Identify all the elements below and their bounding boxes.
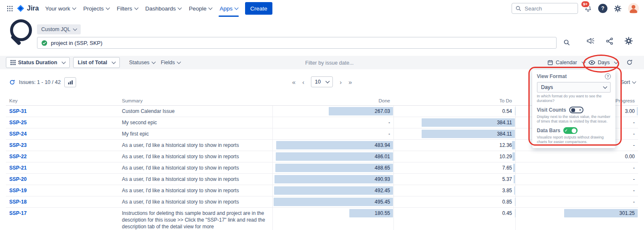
column-header-key[interactable]: Key — [6, 96, 119, 105]
issue-date-filter-input[interactable] — [304, 56, 403, 70]
format-select[interactable]: Days — [537, 82, 611, 93]
toolbar-left-group: Status Duration List of Total Statuses F… — [6, 57, 180, 68]
issue-key-link[interactable]: SSP-24 — [6, 128, 119, 139]
duration-cell: 301.25 — [515, 208, 638, 230]
notifications-button[interactable]: 9+ — [584, 5, 592, 12]
list-mode-dropdown[interactable]: List of Total — [73, 57, 120, 68]
jql-input[interactable]: project in (SSP, SKP) — [37, 37, 557, 49]
fields-dropdown[interactable]: Fields — [161, 60, 180, 65]
run-search-button[interactable] — [563, 39, 570, 46]
column-header-to-do[interactable]: To Do — [393, 96, 515, 105]
view-format-label: Days — [598, 60, 610, 65]
nav-item-apps[interactable]: Apps — [216, 0, 242, 17]
issue-key-link[interactable]: SSP-23 — [6, 140, 119, 151]
statuses-dropdown[interactable]: Statuses — [129, 60, 155, 65]
issue-key-link[interactable]: SSP-31 — [6, 106, 119, 117]
duration-cell: 180.55 — [272, 208, 393, 230]
issue-summary: As a user, I'd like a historical story t… — [119, 162, 272, 173]
nav-item-projects[interactable]: Projects — [79, 0, 113, 17]
share-button[interactable] — [606, 37, 613, 45]
table-row: SSP-19As a user, I'd like a historical s… — [6, 185, 638, 196]
nav-item-label: Filters — [117, 5, 132, 12]
duration-cell: 12.36 — [393, 140, 515, 151]
view-format-dropdown-button[interactable]: Days — [589, 56, 618, 69]
issue-key-link[interactable]: SSP-19 — [6, 185, 119, 196]
duration-cell: 5.37 — [393, 174, 515, 185]
settings-button[interactable] — [614, 5, 622, 13]
chevron-down-icon — [178, 5, 182, 10]
duration-cell: 483.94 — [272, 140, 393, 151]
data-bar — [512, 152, 515, 161]
search-input[interactable] — [524, 5, 574, 12]
visit-counts-toggle[interactable]: × — [569, 107, 583, 113]
duration-cell: - — [515, 162, 638, 173]
chart-view-button[interactable] — [64, 77, 76, 87]
help-button[interactable]: ? — [598, 4, 607, 13]
duration-cell: 488.65 — [272, 162, 393, 173]
chevron-down-icon — [62, 60, 66, 64]
previous-page-button[interactable]: ‹ — [302, 79, 304, 85]
chevron-down-icon — [151, 60, 156, 64]
nav-item-dashboards[interactable]: Dashboards — [142, 0, 185, 17]
sort-dropdown[interactable]: Sort — [620, 79, 636, 85]
magnifier-logo — [8, 19, 34, 46]
create-button[interactable]: Create — [245, 2, 272, 15]
next-page-button[interactable]: › — [340, 79, 342, 85]
duration-cell: 7.65 — [393, 162, 515, 173]
column-header-done[interactable]: Done — [272, 96, 393, 105]
duration-cell: 486.01 — [272, 151, 393, 162]
duration-cell: 0.45 — [393, 208, 515, 230]
sync-button[interactable] — [626, 59, 633, 65]
results-summary: Issues: 1 - 10 / 42 — [9, 77, 76, 87]
nav-item-your-work[interactable]: Your work — [41, 0, 79, 17]
issue-summary: My second epic — [119, 117, 272, 128]
refresh-button[interactable] — [9, 79, 15, 85]
duration-cell: 490.93 — [272, 174, 393, 185]
global-search[interactable] — [512, 3, 578, 14]
calendar-dropdown[interactable]: Calendar — [547, 56, 585, 69]
query-mode-dropdown[interactable]: Custom JQL — [37, 24, 81, 34]
search-icon — [563, 39, 570, 46]
app-switcher-button[interactable] — [5, 4, 15, 13]
query-mode-label: Custom JQL — [41, 26, 70, 32]
table-row: SSP-21As a user, I'd like a historical s… — [6, 162, 638, 174]
format-help-text: In which format do you want to see the d… — [537, 94, 611, 103]
nav-item-people[interactable]: People — [185, 0, 216, 17]
issue-key-link[interactable]: SSP-22 — [6, 151, 119, 162]
jira-logo[interactable]: Jira — [16, 4, 39, 13]
issue-summary: Custom Calendar Issue — [119, 106, 272, 117]
issue-key-link[interactable]: SSP-21 — [6, 162, 119, 173]
issue-key-link[interactable]: SSP-20 — [6, 174, 119, 185]
table-row: SSP-18As a user, I'd like a historical s… — [6, 196, 638, 208]
duration-cell: - — [515, 196, 638, 207]
duration-cell: 10.29 — [393, 151, 515, 162]
nav-item-filters[interactable]: Filters — [113, 0, 142, 17]
calendar-icon — [547, 60, 553, 65]
profile-avatar[interactable] — [628, 3, 639, 14]
calendar-label: Calendar — [556, 60, 577, 65]
last-page-button[interactable]: » — [348, 79, 352, 85]
chevron-down-icon — [73, 26, 77, 31]
primary-nav: Your workProjectsFiltersDashboardsPeople… — [41, 0, 242, 17]
issue-key-link[interactable]: SSP-17 — [6, 208, 119, 230]
report-type-dropdown[interactable]: Status Duration — [6, 57, 70, 68]
data-bar — [512, 141, 515, 149]
question-icon: ? — [601, 5, 604, 11]
popup-help-button[interactable]: ? — [605, 73, 611, 79]
first-page-button[interactable]: « — [292, 79, 296, 85]
duration-cell: - — [272, 128, 393, 139]
announcement-button[interactable] — [586, 37, 595, 45]
duration-cell: - — [272, 117, 393, 128]
column-header-summary[interactable]: Summary — [119, 96, 272, 105]
format-select-value: Days — [541, 84, 553, 90]
eye-icon — [589, 60, 595, 65]
popup-title: View Format — [537, 73, 567, 79]
page-size-select[interactable]: 10 — [311, 76, 333, 87]
view-format-popup: View Format ? Days In which format do yo… — [532, 70, 615, 148]
valid-check-icon — [41, 40, 48, 46]
jql-text: project in (SSP, SKP) — [51, 40, 103, 46]
issue-key-link[interactable]: SSP-25 — [6, 117, 119, 128]
report-settings-button[interactable] — [624, 37, 633, 45]
data-bars-toggle[interactable]: ✓ — [563, 127, 578, 134]
issue-key-link[interactable]: SSP-18 — [6, 196, 119, 207]
